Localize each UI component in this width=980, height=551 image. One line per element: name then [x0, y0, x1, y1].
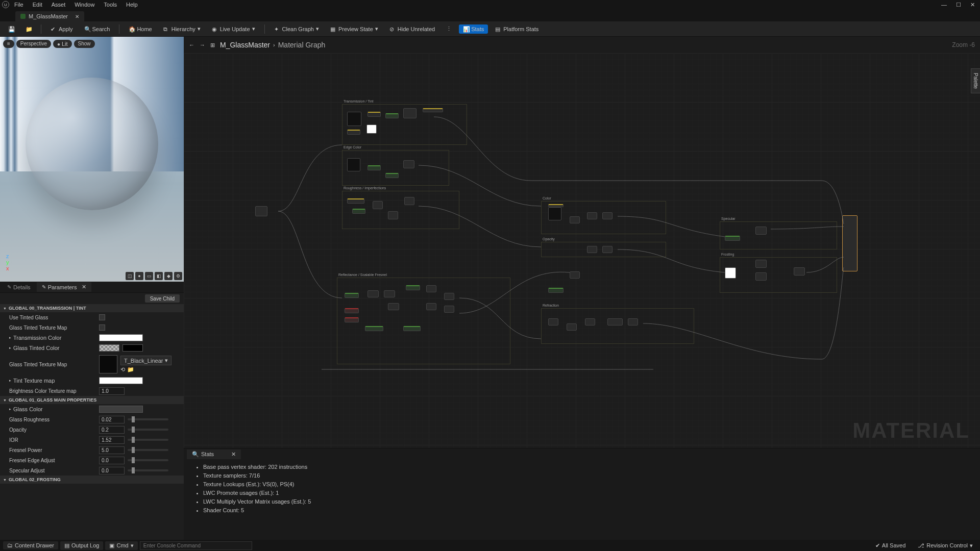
perspective-button[interactable]: Perspective — [16, 40, 51, 48]
hierarchy-label: Hierarchy — [172, 26, 195, 32]
output-log-button[interactable]: ▤Output Log — [60, 541, 103, 550]
clean-graph-button[interactable]: ✦Clean Graph▾ — [270, 24, 323, 34]
cylinder-icon[interactable]: ◫ — [126, 272, 134, 280]
param-tint-texture-map: ▸Tint Texture map — [0, 375, 184, 386]
nav-forward-icon[interactable]: → — [200, 42, 205, 48]
group-glass-main[interactable]: GLOBAL 01_GLASS MAIN PROPERTIES — [0, 396, 184, 404]
mesh-icon[interactable]: ◆ — [164, 272, 173, 280]
checkbox[interactable] — [99, 314, 105, 320]
tab-details[interactable]: ✎Details — [2, 283, 36, 292]
number-input[interactable]: 0.02 — [99, 416, 125, 423]
live-update-button[interactable]: ◉Live Update▾ — [208, 24, 259, 34]
slider-track[interactable] — [128, 429, 168, 431]
number-input[interactable]: 1.0 — [99, 387, 125, 395]
nav-back-icon[interactable]: ← — [189, 42, 194, 48]
save-child-button[interactable]: Save Child — [145, 294, 180, 303]
group-frosting[interactable]: GLOBAL 02_FROSTING — [0, 475, 184, 484]
revision-control-button[interactable]: ⎇Revision Control▾ — [914, 541, 977, 550]
maximize-icon[interactable]: ☐ — [956, 2, 961, 8]
color-swatch[interactable] — [99, 406, 143, 413]
close-icon[interactable]: ✕ — [970, 2, 975, 8]
breadcrumb-asset[interactable]: M_GlassMaster — [220, 41, 270, 49]
number-input[interactable]: 0.0 — [99, 467, 125, 474]
search-button[interactable]: 🔍Search — [80, 24, 114, 34]
hide-unrelated-button[interactable]: ⊘Hide Unrelated — [385, 24, 439, 34]
preview-state-button[interactable]: ▦Preview State▾ — [326, 24, 382, 34]
viewport-settings-icon[interactable]: ⚙ — [174, 272, 182, 280]
number-input[interactable]: 0.0 — [99, 457, 125, 464]
number-input[interactable]: 5.0 — [99, 446, 125, 454]
hierarchy-icon: ⧉ — [163, 26, 169, 32]
browse-button[interactable]: 📁 — [21, 24, 36, 34]
graph-header: ← → ⊞ M_GlassMaster › Material Graph Zoo… — [184, 37, 980, 53]
log-icon: ▤ — [64, 542, 69, 549]
content-drawer-label: Content Drawer — [15, 542, 54, 548]
cube-icon[interactable]: ◧ — [155, 272, 163, 280]
asset-tab-bar: M_GlassMaster ✕ — [0, 9, 980, 21]
menu-window[interactable]: Window — [75, 2, 94, 8]
browse-texture-icon[interactable]: 📁 — [127, 366, 134, 373]
all-saved-status[interactable]: ✔All Saved — [871, 541, 910, 550]
more-button[interactable]: ⋮ — [442, 24, 456, 34]
group-transmission[interactable]: GLOBAL 00_TRANSMISSION | TINT — [0, 304, 184, 312]
hierarchy-button[interactable]: ⧉Hierarchy▾ — [159, 24, 205, 34]
apply-label: Apply — [59, 26, 73, 32]
material-preview-viewport[interactable]: ≡ Perspective ● Lit Show zyx ◫ ● ▭ ◧ ◆ ⚙ — [0, 37, 184, 282]
color-swatch[interactable] — [99, 377, 143, 384]
content-drawer-button[interactable]: 🗂Content Drawer — [3, 541, 58, 549]
chevron-down-icon: ▾ — [165, 357, 168, 364]
pencil-icon: ✎ — [7, 284, 11, 290]
home-button[interactable]: 🏠Home — [125, 24, 156, 34]
slider-track[interactable] — [128, 418, 168, 420]
save-child-bar: Save Child — [0, 293, 184, 304]
slider-track[interactable] — [128, 449, 168, 451]
param-brightness-texmap: Brightness Color Texture map 1.0 — [0, 386, 184, 396]
slider-track[interactable] — [128, 439, 168, 441]
close-tab-icon[interactable]: ✕ — [75, 14, 79, 19]
platform-stats-button[interactable]: ▤Platform Stats — [491, 24, 543, 34]
search-icon: 🔍 — [84, 26, 90, 32]
lit-button[interactable]: ● Lit — [53, 40, 71, 48]
texture-dropdown[interactable]: T_Black_Linear▾ — [120, 356, 172, 365]
checkbox[interactable] — [99, 324, 105, 331]
menu-help[interactable]: Help — [126, 2, 138, 8]
texture-thumbnail[interactable] — [99, 355, 117, 373]
show-button[interactable]: Show — [74, 40, 95, 48]
grid-icon[interactable]: ⊞ — [210, 42, 215, 48]
material-graph-panel: ← → ⊞ M_GlassMaster › Material Graph Zoo… — [184, 37, 980, 540]
cmd-dropdown[interactable]: ▣Cmd▾ — [105, 541, 137, 550]
param-specular-adjust: Specular Adjust 0.0 — [0, 465, 184, 475]
menu-file[interactable]: File — [14, 2, 23, 8]
param-label: Glass Roughness — [9, 417, 96, 422]
save-button[interactable]: 💾 — [4, 24, 18, 34]
close-tab-icon[interactable]: ✕ — [82, 284, 86, 290]
tab-stats[interactable]: 🔍Stats✕ — [187, 449, 241, 459]
plane-icon[interactable]: ▭ — [145, 272, 153, 280]
slider-track[interactable] — [128, 459, 168, 461]
color-swatch[interactable] — [122, 344, 143, 352]
tab-parameters[interactable]: ✎Parameters✕ — [37, 282, 92, 292]
graph-canvas[interactable]: Palette Transmission / Tint Edge Color R… — [184, 53, 980, 448]
number-input[interactable]: 1.52 — [99, 436, 125, 444]
menu-edit[interactable]: Edit — [33, 2, 42, 8]
number-input[interactable]: 0.2 — [99, 426, 125, 434]
console-input[interactable] — [140, 541, 252, 550]
apply-button[interactable]: ✔Apply — [46, 24, 77, 34]
viewport-pills: ≡ Perspective ● Lit Show — [3, 40, 95, 48]
platform-icon: ▤ — [495, 26, 501, 32]
param-fresnel-power: Fresnel Power 5.0 — [0, 445, 184, 455]
sphere-icon[interactable]: ● — [135, 272, 143, 280]
menu-tools[interactable]: Tools — [104, 2, 117, 8]
viewport-menu-button[interactable]: ≡ — [3, 40, 14, 48]
asset-tab[interactable]: M_GlassMaster ✕ — [15, 11, 84, 21]
color-swatch[interactable] — [99, 344, 119, 352]
color-swatch[interactable] — [99, 334, 143, 341]
close-tab-icon[interactable]: ✕ — [231, 451, 236, 458]
parameters-panel[interactable]: GLOBAL 00_TRANSMISSION | TINT Use Tinted… — [0, 304, 184, 540]
use-texture-icon[interactable]: ⟲ — [120, 366, 125, 373]
divider — [41, 24, 41, 34]
stats-button[interactable]: 📊Stats — [459, 24, 488, 34]
menu-asset[interactable]: Asset — [52, 2, 66, 8]
minimize-icon[interactable]: — — [941, 2, 947, 8]
slider-track[interactable] — [128, 469, 168, 471]
